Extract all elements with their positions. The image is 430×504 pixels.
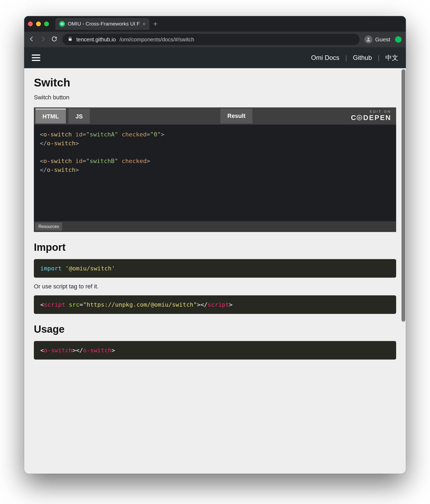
section-usage-heading: Usage	[34, 324, 396, 335]
window-controls	[28, 21, 49, 26]
codepen-logo: C⦾DEPEN	[351, 114, 391, 122]
code-import[interactable]: import '@omiu/switch'	[34, 259, 396, 278]
tab-close-icon[interactable]: ×	[142, 21, 146, 27]
tab-bar: M OMIU - Cross-Frameworks UI F × +	[24, 16, 406, 32]
codepen-tab-result[interactable]: Result	[220, 108, 252, 124]
browser-window: M OMIU - Cross-Frameworks UI F × + tence…	[24, 16, 406, 474]
site-nav-links: Omi Docs | Github | 中文	[311, 53, 398, 62]
nav-reload-icon[interactable]	[51, 36, 58, 43]
nav-divider: |	[378, 54, 379, 61]
new-tab-button[interactable]: +	[153, 20, 157, 28]
nav-link-omi-docs[interactable]: Omi Docs	[311, 54, 339, 61]
profile-label: Guest	[375, 36, 390, 43]
nav-divider: |	[345, 54, 347, 61]
tab-favicon-icon: M	[59, 21, 65, 27]
page-subtitle: Switch button	[34, 94, 396, 101]
code-usage[interactable]: <o-switch></o-switch>	[34, 341, 396, 360]
codepen-tab-html[interactable]: HTML	[35, 108, 66, 124]
browser-tab-active[interactable]: M OMIU - Cross-Frameworks UI F ×	[55, 18, 149, 30]
lock-icon	[68, 37, 73, 43]
profile-chip[interactable]: Guest	[364, 35, 390, 43]
nav-link-chinese[interactable]: 中文	[385, 53, 398, 62]
extension-icon[interactable]	[395, 36, 402, 43]
codepen-resources-button[interactable]: Resources	[35, 223, 62, 231]
code-script-tag[interactable]: <script src="https://unpkg.com/@omiu/swi…	[34, 295, 396, 314]
menu-icon[interactable]	[32, 55, 40, 61]
address-bar[interactable]: tencent.github.io/omi/components/docs/#/…	[62, 34, 360, 45]
site-header: Omi Docs | Github | 中文	[24, 47, 406, 68]
url-path: /omi/components/docs/#/switch	[120, 37, 194, 43]
codepen-brand[interactable]: EDIT ON C⦾DEPEN	[351, 110, 391, 122]
nav-link-github[interactable]: Github	[353, 54, 372, 61]
page-title: Switch	[34, 76, 396, 89]
svg-point-0	[368, 38, 370, 39]
close-window-button[interactable]	[28, 21, 33, 26]
minimize-window-button[interactable]	[36, 21, 41, 26]
tab-title: OMIU - Cross-Frameworks UI F	[68, 21, 140, 27]
avatar-icon	[364, 35, 372, 43]
codepen-code[interactable]: <o-switch id="switchA" checked="0"> </o-…	[34, 125, 396, 221]
url-host: tencent.github.io	[76, 37, 116, 43]
section-import-heading: Import	[34, 242, 396, 253]
codepen-footer: Resources	[34, 221, 396, 232]
codepen-edit-on-label: EDIT ON	[351, 110, 391, 114]
scrollbar-thumb[interactable]	[402, 69, 405, 322]
import-note: Or use script tag to ref it.	[34, 283, 396, 290]
nav-forward-icon[interactable]	[40, 36, 46, 43]
codepen-embed: HTML JS Result EDIT ON C⦾DEPEN <o-switch…	[34, 107, 396, 232]
nav-back-icon[interactable]	[28, 36, 35, 43]
codepen-tab-js[interactable]: JS	[69, 108, 90, 124]
browser-toolbar: tencent.github.io/omi/components/docs/#/…	[24, 32, 406, 47]
page-content: Switch Switch button HTML JS Result EDIT…	[24, 68, 406, 474]
maximize-window-button[interactable]	[44, 21, 49, 26]
codepen-toolbar: HTML JS Result EDIT ON C⦾DEPEN	[34, 107, 396, 125]
